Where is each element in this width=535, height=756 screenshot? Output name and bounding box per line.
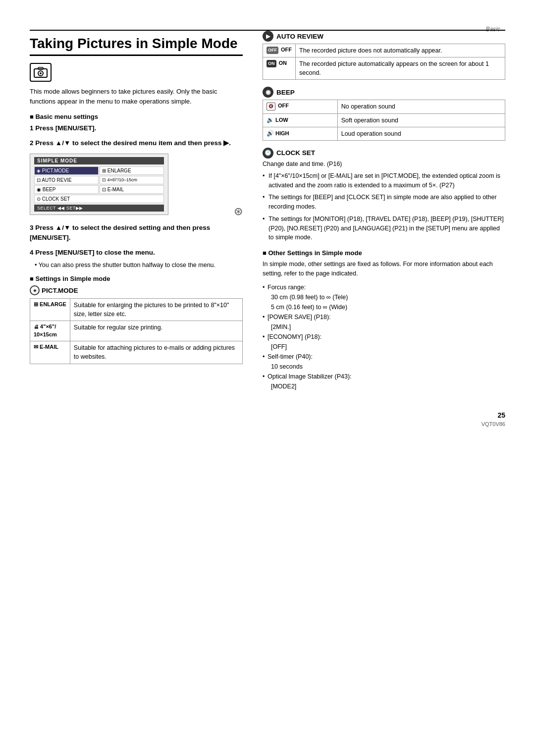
menu-grid: ◈ PICT.MODE ⊞ ENLARGE ⊡ AUTO REVIE ⊡ 4×6… — [34, 166, 164, 203]
auto-icon-off: OFF OFF — [263, 44, 296, 57]
menu-item-enlarge: ⊞ ENLARGE — [100, 166, 164, 175]
step2: 2 Press ▲/▼ to select the desired menu i… — [30, 138, 243, 148]
other-item-power: [POWER SAVE] (P18): [2MIN.] — [263, 312, 505, 332]
sound-off-icon: 🔇 — [267, 103, 275, 110]
auto-review-table: OFF OFF The recorded picture does not au… — [263, 44, 505, 80]
table-row: 🔉 LOW Soft operation sound — [263, 113, 505, 127]
vqt-label: VQT0V86 — [263, 421, 505, 427]
menu-item-size: ⊡ 4×6\"/10–15cm — [100, 176, 164, 184]
other-item-timer: Self-timer (P40): 10 seconds — [263, 352, 505, 372]
pict-mode-table: ⊞ ENLARGE Suitable for enlarging the pic… — [30, 298, 243, 364]
menu-item-beep: ◉ BEEP — [34, 185, 99, 194]
auto-review-header: ▶ AUTO REVIEW — [263, 31, 505, 42]
right-column: ▶ AUTO REVIEW OFF OFF The recorded pictu… — [258, 31, 505, 726]
page-container: Basic Taking Pictures in Simple Mode Thi… — [0, 0, 535, 756]
bullets-section: If [4"×6"/10×15cm] or [E-MAIL] are set i… — [263, 171, 505, 242]
auto-desc-on: The recorded picture automatically appea… — [296, 57, 505, 80]
step1-block: 1 Press [MENU/SET]. — [30, 123, 243, 133]
beep-desc-off: No operation sound — [337, 100, 505, 113]
other-intro: In simple mode, other settings are fixed… — [263, 260, 505, 278]
beep-label: BEEP — [276, 89, 295, 96]
basic-menu-label: Basic menu settings — [30, 113, 243, 120]
camera-mode-icon — [30, 63, 52, 82]
step4-block: 4 Press [MENU/SET] to close the menu. Yo… — [30, 248, 243, 270]
step3-block: 3 Press ▲/▼ to select the desired settin… — [30, 223, 243, 243]
pict-icon-enlarge: ⊞ ENLARGE — [30, 299, 70, 321]
settings-simple-label: Settings in Simple mode — [30, 275, 243, 282]
table-row: ⊞ ENLARGE Suitable for enlarging the pic… — [30, 299, 243, 321]
auto-review-label: AUTO REVIEW — [276, 33, 323, 40]
table-row: ON ON The recorded picture automatically… — [263, 57, 505, 80]
sub-bullet1: You can also press the shutter button ha… — [35, 261, 243, 270]
clock-icon: 🕐 — [263, 148, 273, 159]
top-label: Basic — [486, 26, 500, 33]
bullet-item-zoom: If [4"×6"/10×15cm] or [E-MAIL] are set i… — [263, 171, 505, 190]
menu-item-clock: ⊙ CLOCK SET — [34, 195, 164, 203]
step1: 1 Press [MENU/SET]. — [30, 123, 243, 133]
table-row: OFF OFF The recorded picture does not au… — [263, 44, 505, 57]
intro-text: This mode allows beginners to take pictu… — [30, 87, 243, 106]
off-badge: OFF — [267, 47, 278, 54]
pict-desc-enlarge: Suitable for enlarging the pictures to b… — [70, 299, 242, 321]
other-label: Other Settings in Simple mode — [263, 249, 505, 257]
sound-low-icon: 🔉 — [267, 116, 274, 123]
clock-section: 🕐 CLOCK SET Change date and time. (P16) — [263, 148, 505, 167]
other-item-economy: [ECONOMY] (P18): [OFF] — [263, 332, 505, 352]
on-badge: ON — [267, 60, 276, 67]
table-row: 🖨 4"×6"/10×15cm Suitable for regular siz… — [30, 321, 243, 341]
table-row: ✉ E-MAIL Suitable for attaching pictures… — [30, 341, 243, 364]
page-footer: 25 VQT0V86 — [263, 411, 505, 427]
table-row: 🔊 HIGH Loud operation sound — [263, 127, 505, 140]
beep-icon-off: 🔇 OFF — [263, 100, 338, 113]
other-item-focus: Forcus range: 30 cm (0.98 feet) to ∞ (Te… — [263, 282, 505, 312]
pict-desc-email: Suitable for attaching pictures to e-mai… — [70, 341, 242, 364]
other-list: Forcus range: 30 cm (0.98 feet) to ∞ (Te… — [263, 282, 505, 391]
two-column-layout: Taking Pictures in Simple Mode This mode… — [30, 31, 505, 726]
beep-header: ◉ BEEP — [263, 87, 505, 98]
beep-table: 🔇 OFF No operation sound 🔉 LOW Soft oper… — [263, 100, 505, 140]
bullet-item-monitor: The settings for [MONITOR] (P18), [TRAVE… — [263, 215, 505, 242]
beep-icon-high: 🔊 HIGH — [263, 127, 338, 140]
page-title: Taking Pictures in Simple Mode — [30, 36, 243, 56]
menu-item-auto: ⊡ AUTO REVIE — [34, 176, 99, 184]
pict-icon-email: ✉ E-MAIL — [30, 341, 70, 364]
menu-item-email: ⊡ E-MAIL — [100, 185, 164, 194]
beep-section: ◉ BEEP 🔇 OFF No operation sound — [263, 87, 505, 140]
bullet-item-beep-clock: The settings for [BEEP] and [CLOCK SET] … — [263, 193, 505, 212]
svg-point-3 — [40, 72, 42, 74]
auto-review-icon: ▶ — [263, 31, 273, 42]
menu-title: SIMPLE MODE — [34, 157, 164, 164]
beep-icon-low: 🔉 LOW — [263, 113, 338, 127]
menu-item-pict: ◈ PICT.MODE — [34, 166, 99, 175]
pict-icon-size: 🖨 4"×6"/10×15cm — [30, 321, 70, 341]
clock-desc: Change date and time. (P16) — [263, 161, 505, 167]
other-item-stabilizer: Optical Image Stabilizer (P43): [MODE2] — [263, 372, 505, 391]
pict-desc-size: Suitable for regular size printing. — [70, 321, 242, 341]
left-column: Taking Pictures in Simple Mode This mode… — [30, 31, 243, 726]
pict-mode-header: ◈ PICT.MODE — [30, 285, 243, 295]
step2-block: 2 Press ▲/▼ to select the desired menu i… — [30, 138, 243, 217]
table-row: 🔇 OFF No operation sound — [263, 100, 505, 113]
other-settings: Other Settings in Simple mode In simple … — [263, 249, 505, 391]
page-number: 25 — [263, 411, 505, 419]
step3: 3 Press ▲/▼ to select the desired settin… — [30, 223, 243, 243]
clock-header: 🕐 CLOCK SET — [263, 148, 505, 159]
pict-mode-label: PICT.MODE — [42, 287, 78, 294]
step4: 4 Press [MENU/SET] to close the menu. — [30, 248, 243, 258]
clock-label: CLOCK SET — [276, 149, 315, 157]
beep-icon: ◉ — [263, 87, 273, 98]
beep-desc-high: Loud operation sound — [337, 127, 505, 140]
beep-desc-low: Soft operation sound — [337, 113, 505, 127]
pict-mode-icon: ◈ — [30, 285, 40, 295]
auto-icon-on: ON ON — [263, 57, 296, 80]
sound-high-icon: 🔊 — [267, 130, 274, 137]
auto-desc-off: The recorded picture does not automatica… — [296, 44, 505, 57]
